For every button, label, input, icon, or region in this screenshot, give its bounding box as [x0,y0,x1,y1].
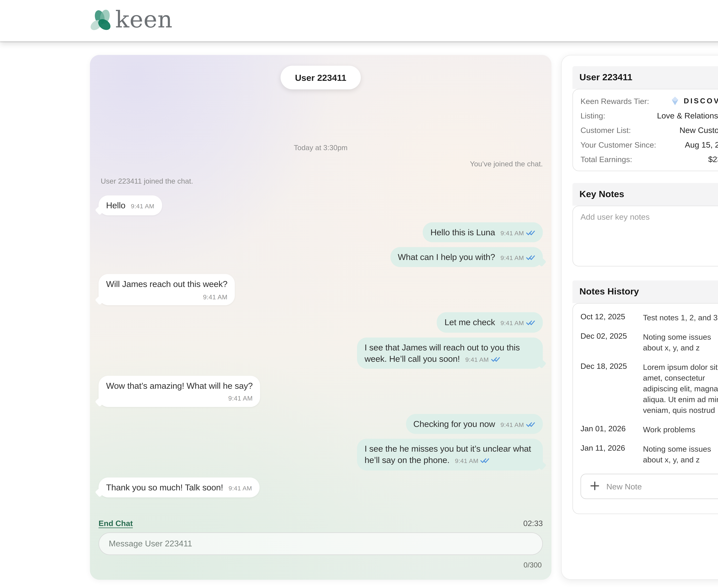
chat-bottom-bar: End Chat 02:33 [99,519,543,528]
message-row: I see the he misses you but it’s unclear… [99,439,543,470]
note-date: Dec 18, 2025 [580,362,636,416]
note-text: Noting some issues about x, y, and z [643,332,718,353]
message-timestamp-line: 9:41 AM [106,393,253,403]
note-text: Test notes 1, 2, and 3 [643,312,718,323]
message-timestamp: 9:41 AM [500,421,524,428]
keen-flower-icon [89,7,114,34]
note-date: Oct 12, 2025 [580,312,636,323]
info-row: Listing:Love & Relationships [573,108,718,123]
read-checkmarks-icon [526,320,535,326]
key-notes-header[interactable]: Key Notes [572,183,718,206]
keen-logo[interactable]: keen [89,7,173,34]
chat-bubble-sent: What can I help you with?9:41 AM [390,247,543,267]
message-timestamp: 9:41 AM [228,485,252,491]
note-text: Work problems [643,424,718,435]
message-timestamp: 9:41 AM [203,293,227,301]
message-text: Hello this is Luna [431,228,495,237]
info-row: Your Customer Since:Aug 15, 2024 [573,137,718,152]
joined-self-notice: You’ve joined the chat. [99,160,543,169]
chat-panel: User 223411 Today at 3:30pm You’ve joine… [90,55,551,580]
new-note-button[interactable]: New Note [580,474,718,499]
info-value-text: Aug 15, 2024 [685,140,718,149]
info-row: Keen Rewards Tier:DISCOVER [573,94,718,108]
message-row: Let me check9:41 AM [99,312,543,333]
message-timestamp: 9:41 AM [131,203,154,209]
new-note-label: New Note [607,482,642,491]
info-value-text: Love & Relationships [657,111,718,120]
app-header: keen [0,0,718,41]
chat-peer-pill: User 223411 [281,66,361,89]
note-row: Jan 11, 2026Noting some issues about x, … [580,444,718,465]
chat-bubble-sent: I see the he misses you but it’s unclear… [357,439,543,470]
chat-bubble-sent: I see that James will reach out to you t… [357,337,543,369]
message-timestamp-line: 9:41 AM [106,292,227,301]
note-date: Jan 01, 2026 [580,424,636,435]
note-text: Noting some issues about x, y, and z [643,444,718,465]
keen-wordmark: keen [115,8,173,31]
info-value: New Customer [679,125,718,135]
info-value: Aug 15, 2024 [685,140,718,149]
info-value: Love & Relationships [657,111,718,120]
info-label: Your Customer Since: [580,140,656,149]
diamond-icon [670,96,679,106]
read-checkmarks-icon [526,255,535,260]
day-divider: Today at 3:30pm [99,144,543,153]
message-text: Will James reach out this week? [106,280,227,289]
message-timestamp: 9:41 AM [465,356,489,363]
message-text: What can I help you with? [398,253,495,262]
app-root: keen User 223411 Today at 3:30pm You’ve … [0,0,718,588]
message-row: Hello this is Luna9:41 AM [99,222,543,242]
message-text: I see the he misses you but it’s unclear… [365,444,531,465]
info-value-text: $23.98 [708,154,718,164]
info-value: $23.98 [708,154,718,164]
key-notes-title: Key Notes [579,189,624,200]
chat-bubble-received: Will James reach out this week?9:41 AM [99,274,235,305]
message-row: Checking for you now9:41 AM [99,414,543,434]
message-row: Will James reach out this week?9:41 AM [99,274,543,305]
chat-timer: 02:33 [523,519,543,528]
user-section-title: User 223411 [579,72,632,83]
chat-bubble-sent: Let me check9:41 AM [437,312,543,333]
info-row: Customer List:New Customer [573,123,718,137]
chat-bubble-sent: Checking for you now9:41 AM [406,414,543,434]
message-text: Checking for you now [413,419,495,428]
message-list: Hello9:41 AMHello this is Luna9:41 AMWha… [99,195,543,504]
chat-bubble-sent: Hello this is Luna9:41 AM [423,222,543,242]
message-text: Let me check [445,318,495,327]
message-input[interactable] [99,532,543,555]
message-timestamp: 9:41 AM [500,320,524,327]
read-checkmarks-icon [526,421,535,427]
message-text: Wow that’s amazing! What will he say? [106,381,253,390]
message-timestamp: 9:41 AM [455,458,478,464]
read-checkmarks-icon [526,230,535,236]
message-row: Hello9:41 AM [99,195,543,215]
info-label: Total Earnings: [580,155,632,163]
info-value-text: New Customer [679,125,718,135]
chat-bubble-received: Hello9:41 AM [99,195,162,215]
notes-history-title: Notes History [579,287,639,297]
message-text: Hello [106,201,125,210]
end-chat-link[interactable]: End Chat [99,519,133,528]
notes-history-header[interactable]: Notes History [572,280,718,303]
message-text: Thank you so much! Talk soon! [106,483,223,492]
read-checkmarks-icon [480,458,490,464]
note-date: Dec 02, 2025 [580,332,636,353]
note-text: Lorem ipsum dolor sit amet, consectetur … [643,362,718,416]
message-row: Thank you so much! Talk soon!9:41 AM [99,477,543,498]
info-value: DISCOVER [670,96,718,106]
message-row: What can I help you with?9:41 AM [99,247,543,267]
message-row: Wow that’s amazing! What will he say?9:4… [99,376,543,407]
info-row: Total Earnings:$23.98 [573,152,718,166]
read-checkmarks-icon [491,356,500,362]
user-info-box: Keen Rewards Tier:DISCOVERListing:Love &… [572,89,718,171]
note-row: Oct 12, 2025Test notes 1, 2, and 3 [580,312,718,323]
user-sidebar: User 223411 Keen Rewards Tier:DISCOVERLi… [561,55,718,580]
info-label: Listing: [580,111,605,120]
message-timestamp: 9:41 AM [500,230,524,236]
notes-history-box: Oct 12, 2025Test notes 1, 2, and 3Dec 02… [572,303,718,514]
message-timestamp: 9:41 AM [500,255,524,261]
message-timestamp: 9:41 AM [228,395,252,402]
user-section-header[interactable]: User 223411 [572,66,718,89]
joined-peer-notice: User 223411 joined the chat. [99,177,543,186]
key-notes-input[interactable] [572,206,718,267]
